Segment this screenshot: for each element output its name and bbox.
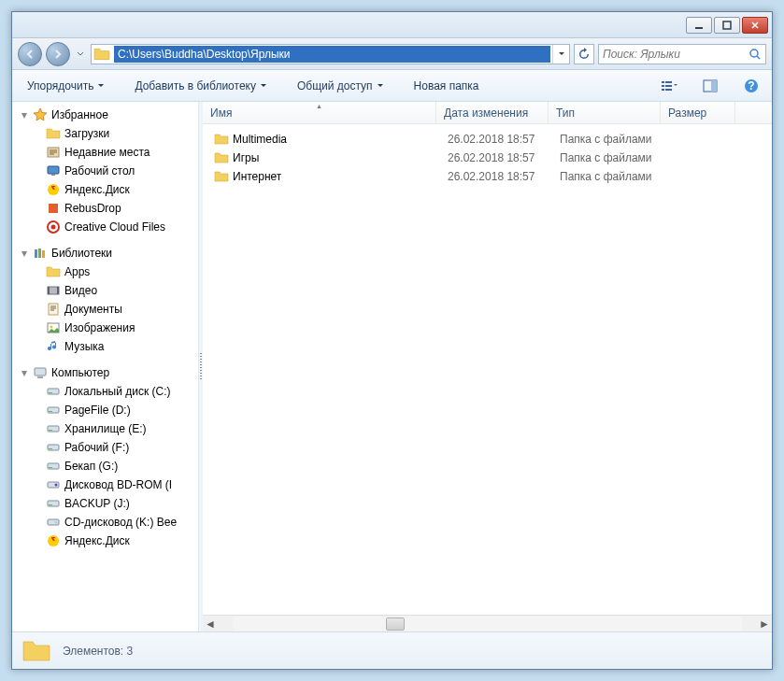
tree-item-computer-2[interactable]: Хранилище (E:) [12,419,198,438]
tree-item-favorites-2[interactable]: Рабочий стол [12,162,198,180]
search-box[interactable] [598,44,766,64]
refresh-button[interactable] [574,44,594,64]
file-type: Папка с файлами [552,151,664,164]
tree-item-computer-5[interactable]: Дисковод BD-ROM (I [12,475,198,494]
disk-icon [46,384,61,399]
file-list[interactable]: Multimedia 26.02.2018 18:57 Папка с файл… [203,124,772,615]
tree-favorites[interactable]: ▾Избранное [12,106,198,124]
navigation-pane[interactable]: ▾ИзбранноеЗагрузкиНедавние местаРабочий … [12,102,199,631]
file-name: Интернет [233,170,281,183]
address-input[interactable] [114,46,550,63]
folder-icon [46,126,61,141]
column-type[interactable]: Тип [549,102,661,123]
tree-item-favorites-5[interactable]: Creative Cloud Files [12,218,198,236]
svg-rect-31 [48,389,59,394]
svg-rect-6 [665,85,672,87]
horizontal-scrollbar[interactable]: ◄ ► [203,615,772,631]
column-name[interactable]: Имя [203,102,436,123]
tree-item-libraries-2[interactable]: Документы [12,300,198,319]
folder-icon [214,150,229,165]
file-row-1[interactable]: Игры 26.02.2018 18:57 Папка с файлами [203,149,772,167]
tree-item-computer-4[interactable]: Бекап (G:) [12,457,198,475]
view-options-button[interactable] [658,76,680,96]
nav-bar [12,38,772,70]
address-bar[interactable] [91,44,570,64]
forward-button[interactable] [46,42,70,66]
column-size[interactable]: Размер [661,102,735,123]
tree-item-computer-1[interactable]: PageFile (D:) [12,401,198,419]
svg-point-46 [55,521,58,524]
tree-item-label: PageFile (D:) [64,404,131,417]
svg-rect-43 [48,501,59,506]
address-dropdown[interactable] [552,45,569,64]
svg-rect-37 [48,445,59,450]
scroll-right-arrow[interactable]: ► [757,617,772,631]
tree-item-libraries-1[interactable]: Видео [12,281,198,300]
organize-button[interactable]: Упорядочить [21,76,110,96]
scroll-left-arrow[interactable]: ◄ [203,617,218,631]
svg-rect-0 [695,27,703,29]
yadisk-icon [46,533,61,548]
svg-rect-22 [42,250,45,258]
scroll-track[interactable] [233,617,742,631]
tree-label: Компьютер [51,366,109,379]
svg-rect-30 [37,376,43,378]
preview-pane-button[interactable] [699,76,721,96]
help-button[interactable]: ? [740,76,763,96]
star-icon [33,107,48,122]
disk-icon [46,496,61,511]
tree-item-computer-3[interactable]: Рабочий (F:) [12,438,198,457]
tree-item-favorites-0[interactable]: Загрузки [12,124,198,143]
minimize-button[interactable] [686,17,712,34]
close-button[interactable] [742,17,768,34]
svg-rect-26 [49,304,58,315]
folder-icon [93,46,110,63]
search-input[interactable] [603,48,748,61]
tree-item-label: Дисковод BD-ROM (I [64,478,172,491]
tree-item-label: Изображения [64,321,135,334]
folder-icon [214,132,229,147]
file-date: 26.02.2018 18:57 [440,151,552,164]
tree-item-libraries-3[interactable]: Изображения [12,319,198,337]
share-label: Общий доступ [297,79,373,92]
back-button[interactable] [18,42,42,66]
share-button[interactable]: Общий доступ [292,76,390,96]
content-pane: Имя Дата изменения Тип Размер Multimedia… [203,102,772,631]
nav-history-dropdown[interactable] [74,42,87,66]
tree-item-computer-0[interactable]: Локальный диск (C:) [12,382,198,401]
tree-item-libraries-0[interactable]: Apps [12,262,198,281]
sidebar-splitter[interactable] [199,102,203,631]
svg-rect-15 [51,174,55,176]
tree-item-label: CD-дисковод (K:) Bee [64,516,177,529]
tree-item-libraries-4[interactable]: Музыка [12,337,198,356]
tree-item-favorites-4[interactable]: RebusDrop [12,199,198,218]
add-library-label: Добавить в библиотеку [135,79,256,92]
tree-libraries[interactable]: ▾Библиотеки [12,244,198,262]
file-row-0[interactable]: Multimedia 26.02.2018 18:57 Папка с файл… [203,130,772,149]
file-row-2[interactable]: Интернет 26.02.2018 18:57 Папка с файлам… [203,167,772,186]
svg-rect-24 [48,287,50,294]
tree-item-computer-7[interactable]: CD-дисковод (K:) Bee [12,513,198,532]
svg-rect-5 [662,85,664,87]
tree-computer[interactable]: ▾Компьютер [12,363,198,382]
column-date[interactable]: Дата изменения [436,102,549,123]
svg-point-28 [50,326,53,329]
disk-icon [46,440,61,455]
tree-item-computer-6[interactable]: BACKUP (J:) [12,494,198,513]
tree-item-computer-8[interactable]: Яндекс.Диск [12,532,198,550]
add-library-button[interactable]: Добавить в библиотеку [129,76,273,96]
tree-item-label: Рабочий стол [64,164,135,177]
disk-icon [46,421,61,436]
file-name-cell: Multimedia [207,132,440,147]
organize-label: Упорядочить [27,79,93,92]
tree-item-label: RebusDrop [64,202,121,215]
tree-item-favorites-1[interactable]: Недавние места [12,143,198,162]
maximize-button[interactable] [714,17,740,34]
doc-icon [46,302,61,317]
scroll-thumb[interactable] [386,617,405,631]
tree-item-label: Яндекс.Диск [64,183,130,196]
file-name-cell: Игры [207,150,440,165]
tree-item-favorites-3[interactable]: Яндекс.Диск [12,180,198,199]
svg-rect-7 [662,89,664,91]
new-folder-button[interactable]: Новая папка [408,76,485,96]
